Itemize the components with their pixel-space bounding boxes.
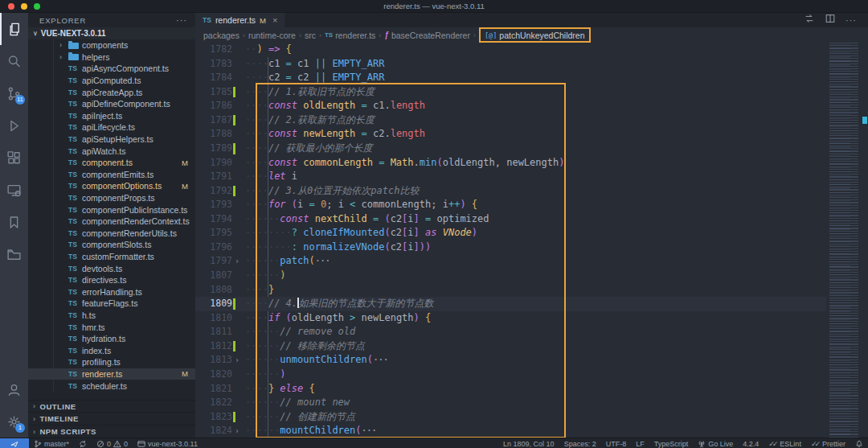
code-line-1813[interactable]: 1813›······unmountChildren(···: [195, 353, 868, 368]
file-apiDefineComponent-ts[interactable]: TSapiDefineComponent.ts: [28, 98, 195, 110]
code-line-1810[interactable]: 1810····if (oldLength > newLength) {: [195, 311, 868, 326]
file-apiInject-ts[interactable]: TSapiInject.ts: [28, 110, 195, 122]
project-section-header[interactable]: ∨ VUE-NEXT-3.0.11: [28, 27, 195, 39]
code-line-1807[interactable]: 1807······): [195, 269, 868, 283]
code-line-1796[interactable]: 1796········: normalizeVNode(c2[i])): [195, 240, 868, 255]
activity-source-control[interactable]: 11: [0, 77, 28, 109]
file-componentRenderContext-ts[interactable]: TScomponentRenderContext.ts: [28, 216, 195, 228]
breadcrumb-runtime-core[interactable]: runtime-core: [248, 31, 296, 40]
file-componentPublicInstance-ts[interactable]: TScomponentPublicInstance.ts: [28, 203, 195, 216]
file-components[interactable]: ›components: [28, 39, 195, 51]
file-componentRenderUtils-ts[interactable]: TScomponentRenderUtils.ts: [28, 228, 195, 240]
code-line-1792[interactable]: 1792····// 3.从0位置开始依次patch比较: [195, 184, 868, 199]
breadcrumb-src[interactable]: src: [305, 31, 316, 40]
file-index-ts[interactable]: TSindex.ts: [28, 344, 195, 356]
status-remote-indicator[interactable]: [0, 438, 29, 448]
status-sync[interactable]: [74, 438, 92, 448]
tab-renderer-ts[interactable]: TS renderer.ts M ×: [195, 13, 285, 27]
code-line-1794[interactable]: 1794······const nextChild = (c2[i] = opt…: [195, 212, 868, 227]
breadcrumb-baseCreateRenderer[interactable]: ƒbaseCreateRenderer: [384, 31, 470, 40]
file-scheduler-ts[interactable]: TSscheduler.ts: [28, 380, 195, 392]
file-apiComputed-ts[interactable]: TSapiComputed.ts: [28, 75, 195, 87]
code-line-1788[interactable]: 1788····const newLength = c2.length: [195, 127, 868, 142]
breadcrumb-patchUnkeyedChildren[interactable]: [@]patchUnkeyedChildren: [479, 27, 591, 43]
file-apiAsyncComponent-ts[interactable]: TSapiAsyncComponent.ts: [28, 63, 195, 75]
status-eslint[interactable]: ✓✓ESLint: [764, 438, 806, 448]
activity-search[interactable]: [0, 45, 28, 77]
file-devtools-ts[interactable]: TSdevtools.ts: [28, 262, 195, 274]
file-hmr-ts[interactable]: TShmr.ts: [28, 321, 195, 333]
status-problems[interactable]: 00: [92, 438, 133, 448]
code-line-1783[interactable]: 1783····c1 = c1 || EMPTY_ARR: [195, 57, 868, 72]
activity-explorer[interactable]: [0, 13, 28, 45]
section-npm-scripts[interactable]: ›NPM SCRIPTS: [28, 425, 195, 438]
activity-project-manager[interactable]: [0, 238, 28, 270]
fold-chevron-icon[interactable]: ›: [235, 254, 240, 269]
code-line-1789[interactable]: 1789····// 获取最小的那个长度: [195, 142, 868, 156]
close-tab-icon[interactable]: ×: [272, 15, 277, 25]
code-line-1782[interactable]: 1782··) => {: [195, 43, 868, 57]
file-errorHandling-ts[interactable]: TSerrorHandling.ts: [28, 286, 195, 298]
activity-remote-explorer[interactable]: [0, 174, 28, 206]
activity-extensions[interactable]: [0, 142, 28, 174]
file-h-ts[interactable]: TSh.ts: [28, 310, 195, 322]
file-apiWatch-ts[interactable]: TSapiWatch.ts: [28, 145, 195, 157]
split-editor-icon[interactable]: [825, 13, 836, 27]
file-apiLifecycle-ts[interactable]: TSapiLifecycle.ts: [28, 121, 195, 134]
activity-bookmarks[interactable]: [0, 206, 28, 238]
file-componentProps-ts[interactable]: TScomponentProps.ts: [28, 192, 195, 204]
file-featureFlags-ts[interactable]: TSfeatureFlags.ts: [28, 298, 195, 310]
code-line-1811[interactable]: 1811······// remove old: [195, 325, 868, 339]
section-outline[interactable]: ›OUTLINE: [28, 400, 195, 413]
open-changes-icon[interactable]: [804, 13, 815, 27]
code-line-1793[interactable]: 1793····for (i = 0; i < commonLength; i+…: [195, 198, 868, 212]
status-workspace[interactable]: vue-next-3.0.11: [133, 438, 203, 448]
status-encoding[interactable]: UTF-8: [601, 438, 632, 448]
breadcrumb-packages[interactable]: packages: [203, 31, 240, 40]
file-apiCreateApp-ts[interactable]: TSapiCreateApp.ts: [28, 86, 195, 98]
code-line-1786[interactable]: 1786····const oldLength = c1.length: [195, 99, 868, 113]
code-line-1791[interactable]: 1791····let i: [195, 170, 868, 184]
code-line-1787[interactable]: 1787····// 2.获取新节点的长度: [195, 113, 868, 128]
file-helpers[interactable]: ›helpers: [28, 51, 195, 64]
editor-more-actions-icon[interactable]: ···: [845, 15, 857, 25]
file-component-ts[interactable]: TScomponent.tsM: [28, 157, 195, 169]
code-line-1809[interactable]: 1809····// 4.如果旧的节点数大于新的节点数: [195, 297, 868, 311]
code-line-1820[interactable]: 1820······): [195, 368, 868, 382]
code-line-1822[interactable]: 1822······// mount new: [195, 396, 868, 410]
fold-chevron-icon[interactable]: ›: [235, 353, 240, 368]
code-line-1812[interactable]: 1812······// 移除剩余的节点: [195, 339, 868, 354]
file-customFormatter-ts[interactable]: TScustomFormatter.ts: [28, 251, 195, 263]
file-profiling-ts[interactable]: TSprofiling.ts: [28, 356, 195, 368]
code-line-1797[interactable]: 1797›······patch(···: [195, 254, 868, 269]
status-eol[interactable]: LF: [631, 438, 649, 448]
status-go-live[interactable]: Go Live: [693, 438, 738, 448]
status-indentation[interactable]: Spaces: 2: [559, 438, 601, 448]
status-git-branch[interactable]: master*: [29, 438, 74, 448]
activity-run-debug[interactable]: [0, 109, 28, 142]
activity-account[interactable]: [0, 373, 28, 405]
activity-settings[interactable]: 1: [0, 405, 28, 438]
code-line-1823[interactable]: 1823······// 创建新的节点: [195, 410, 868, 425]
fold-chevron-icon[interactable]: ›: [235, 424, 240, 438]
status-version[interactable]: 4.2.4: [738, 438, 764, 448]
status-notifications[interactable]: [850, 438, 868, 448]
status-language-mode[interactable]: TypeScript: [649, 438, 694, 448]
code-line-1821[interactable]: 1821····} else {: [195, 382, 868, 397]
breadcrumb-renderer-ts[interactable]: TSrenderer.ts: [325, 31, 375, 40]
status-prettier[interactable]: ✓✓Prettier: [806, 438, 850, 448]
code-line-1824[interactable]: 1824›······mountChildren(···: [195, 424, 868, 438]
file-renderer-ts[interactable]: TSrenderer.tsM: [28, 368, 195, 380]
code-line-1785[interactable]: 1785····// 1.获取旧节点的长度: [195, 85, 868, 100]
code-line-1795[interactable]: 1795········? cloneIfMounted(c2[i] as VN…: [195, 226, 868, 240]
file-directives-ts[interactable]: TSdirectives.ts: [28, 274, 195, 286]
section-timeline[interactable]: ›TIMELINE: [28, 412, 195, 425]
minimap[interactable]: [826, 43, 868, 438]
file-apiSetupHelpers-ts[interactable]: TSapiSetupHelpers.ts: [28, 134, 195, 146]
file-componentSlots-ts[interactable]: TScomponentSlots.ts: [28, 239, 195, 251]
file-componentOptions-ts[interactable]: TScomponentOptions.tsM: [28, 180, 195, 192]
code-area[interactable]: 1782··) => {1783····c1 = c1 || EMPTY_ARR…: [195, 43, 868, 438]
file-hydration-ts[interactable]: TShydration.ts: [28, 333, 195, 345]
code-line-1784[interactable]: 1784····c2 = c2 || EMPTY_ARR: [195, 71, 868, 85]
explorer-more-actions-icon[interactable]: ···: [176, 15, 187, 25]
